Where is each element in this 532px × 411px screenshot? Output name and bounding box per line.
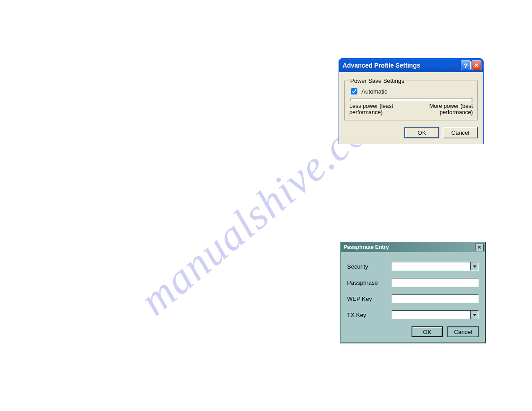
power-slider[interactable]: [350, 98, 472, 101]
advanced-profile-settings-dialog: Advanced Profile Settings ? ✕ Power Save…: [339, 58, 484, 144]
ok-button[interactable]: OK: [412, 326, 443, 337]
dialog-body: Power Save Settings Automatic Less power…: [339, 72, 483, 144]
automatic-checkbox[interactable]: [351, 88, 357, 94]
chevron-down-icon: [470, 311, 478, 319]
tx-key-label: TX Key: [347, 312, 392, 318]
button-row: OK Cancel: [347, 326, 479, 337]
close-button[interactable]: ✕: [472, 60, 481, 70]
automatic-checkbox-row[interactable]: Automatic: [349, 87, 473, 96]
slider-right-line2: performance): [440, 109, 473, 116]
button-row: OK Cancel: [344, 127, 478, 138]
slider-notch: [472, 97, 472, 103]
wep-key-row: WEP Key: [347, 294, 479, 303]
wep-key-label: WEP Key: [347, 295, 392, 302]
slider-left-line1: Less power (least: [349, 103, 393, 109]
titlebar[interactable]: Advanced Profile Settings ? ✕: [339, 59, 483, 72]
security-value: [392, 262, 470, 270]
passphrase-row: Passphrase: [347, 278, 479, 287]
help-icon: ?: [463, 62, 468, 69]
groupbox-legend: Power Save Settings: [349, 77, 405, 84]
power-save-groupbox: Power Save Settings Automatic Less power…: [344, 77, 478, 120]
dialog-title: Advanced Profile Settings: [343, 62, 460, 69]
help-button[interactable]: ?: [461, 60, 471, 70]
close-button[interactable]: ✕: [475, 244, 484, 251]
slider-right-line1: More power (best: [429, 103, 473, 109]
slider-label-right: More power (best performance): [429, 103, 473, 116]
passphrase-entry-dialog: Passphrase Entry ✕ Security Passphrase: [340, 242, 486, 343]
passphrase-input[interactable]: [392, 278, 479, 287]
ok-button[interactable]: OK: [404, 127, 439, 138]
automatic-label: Automatic: [361, 88, 387, 95]
tx-key-row: TX Key: [347, 310, 479, 319]
security-combobox[interactable]: [392, 262, 479, 271]
tx-key-combobox[interactable]: [392, 310, 479, 319]
slider-labels: Less power (least performance) More powe…: [349, 103, 473, 116]
titlebar[interactable]: Passphrase Entry ✕: [341, 242, 485, 252]
close-icon: ✕: [477, 245, 481, 250]
security-label: Security: [347, 263, 392, 270]
tx-key-value: [392, 311, 470, 319]
chevron-down-icon: [470, 262, 478, 270]
slider-label-left: Less power (least performance): [349, 103, 393, 116]
cancel-button[interactable]: Cancel: [443, 127, 478, 138]
dialog-body: Security Passphrase WEP Key: [341, 252, 485, 342]
dialog-title: Passphrase Entry: [343, 244, 475, 250]
close-icon: ✕: [474, 62, 479, 68]
passphrase-label: Passphrase: [347, 279, 392, 286]
cancel-button[interactable]: Cancel: [447, 326, 479, 337]
wep-key-input[interactable]: [392, 294, 479, 303]
security-row: Security: [347, 262, 479, 271]
slider-left-line2: performance): [349, 109, 382, 116]
